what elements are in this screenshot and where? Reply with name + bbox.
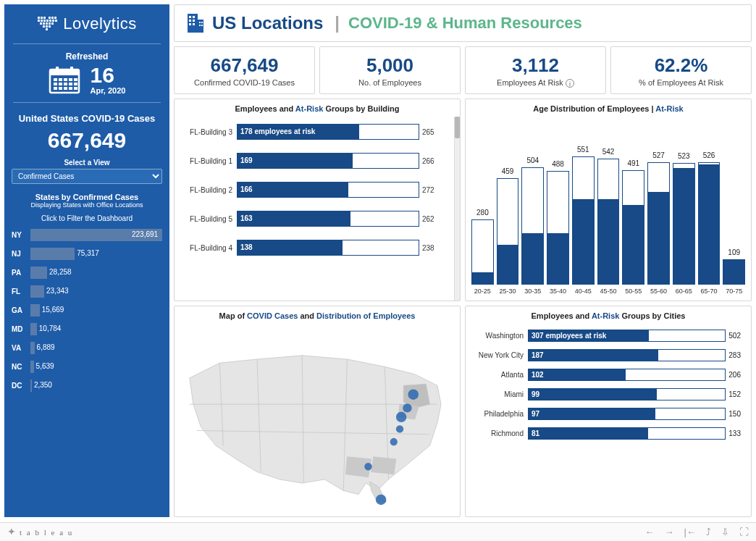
svg-rect-32 <box>59 83 62 85</box>
age-bar[interactable]: 527 55-60 <box>647 154 670 295</box>
svg-rect-50 <box>201 22 203 23</box>
us-cases-title: United States COVID-19 Cases <box>12 113 162 124</box>
svg-rect-12 <box>55 20 57 22</box>
reset-icon[interactable]: |← <box>684 527 696 537</box>
svg-rect-40 <box>74 87 77 90</box>
buildings-title: Employees and At-Risk Groups by Building <box>175 99 460 117</box>
header-card: US Locations | COVID-19 & Human Resource… <box>174 4 752 42</box>
city-row[interactable]: Philadelphia 97 150 <box>473 408 741 420</box>
age-bar[interactable]: 504 30-35 <box>521 154 544 295</box>
refreshed-label: Refreshed <box>12 51 162 62</box>
age-bar[interactable]: 542 45-50 <box>597 154 620 295</box>
svg-rect-18 <box>43 25 45 28</box>
building-row[interactable]: FL-Building 1 169 266 <box>182 153 444 169</box>
svg-point-57 <box>390 438 398 445</box>
tableau-mark-icon: ✦ <box>7 526 17 538</box>
download-icon[interactable]: ⇩ <box>721 527 729 537</box>
date-month: Apr, 2020 <box>91 86 126 95</box>
age-title: Age Distribution of Employees | At-Risk <box>466 99 751 117</box>
city-row[interactable]: Richmond 81 133 <box>473 427 741 440</box>
page-subtitle: COVID-19 & Human Resources <box>348 14 582 33</box>
svg-rect-8 <box>43 20 46 22</box>
svg-rect-10 <box>49 20 51 22</box>
building-row[interactable]: FL-Building 3 178 employees at risk 265 <box>182 124 444 140</box>
state-bar-fl[interactable]: FL 23,343 <box>12 285 162 298</box>
svg-rect-3 <box>49 17 51 19</box>
svg-rect-19 <box>46 25 48 28</box>
state-bar-md[interactable]: MD 10,784 <box>12 322 162 335</box>
svg-rect-35 <box>74 83 77 85</box>
age-bar[interactable]: 551 40-45 <box>572 154 595 295</box>
city-row[interactable]: Washington 307 employees at risk 502 <box>473 330 741 342</box>
heart-icon <box>37 15 57 33</box>
state-bar-pa[interactable]: PA 28,258 <box>12 266 162 279</box>
fullscreen-icon[interactable]: ⛶ <box>739 527 749 537</box>
buildings-chart[interactable]: Employees and At-Risk Groups by Building… <box>174 98 461 301</box>
svg-rect-26 <box>54 78 57 81</box>
map-title: Map of COVID Cases and Distribution of E… <box>175 306 460 324</box>
sidebar: Lovelytics Refreshed 16 Apr, 202 <box>4 4 169 517</box>
view-select[interactable]: Confirmed Cases <box>12 169 162 184</box>
svg-rect-24 <box>56 67 59 72</box>
svg-point-53 <box>408 390 419 400</box>
kpi-3: 62.2% % of Employees At Risk <box>610 46 752 94</box>
select-view-label: Select a View <box>12 159 162 167</box>
info-icon[interactable]: i <box>566 79 574 88</box>
state-bar-ga[interactable]: GA 15,669 <box>12 303 162 316</box>
svg-rect-44 <box>193 16 195 18</box>
redo-icon[interactable]: → <box>665 527 674 537</box>
state-bar-dc[interactable]: DC 2,350 <box>12 379 162 392</box>
building-row[interactable]: FL-Building 5 163 262 <box>182 211 444 227</box>
svg-rect-31 <box>54 83 57 85</box>
svg-rect-16 <box>49 22 51 25</box>
age-bar[interactable]: 280 20-25 <box>471 154 494 295</box>
svg-rect-0 <box>38 17 40 19</box>
cities-title: Employees and At-Risk Groups by Cities <box>466 306 751 324</box>
svg-rect-30 <box>74 78 77 81</box>
svg-rect-52 <box>201 25 203 26</box>
state-bar-va[interactable]: VA 6,889 <box>12 341 162 354</box>
age-bar[interactable]: 491 50-55 <box>622 154 644 295</box>
svg-point-54 <box>403 403 411 412</box>
map-chart[interactable]: Map of COVID Cases and Distribution of E… <box>174 306 461 517</box>
svg-rect-14 <box>43 22 45 25</box>
svg-rect-29 <box>69 78 72 81</box>
building-icon <box>185 12 205 34</box>
kpi-2: 3,112 Employees At Risk i <box>465 46 606 94</box>
main: US Locations | COVID-19 & Human Resource… <box>174 4 752 517</box>
states-subtitle: Displaying States with Office Locations <box>12 201 162 209</box>
svg-rect-21 <box>46 28 48 30</box>
building-row[interactable]: FL-Building 4 138 238 <box>182 240 444 256</box>
age-chart[interactable]: Age Distribution of Employees | At-Risk … <box>465 98 752 301</box>
share-icon[interactable]: ⤴ <box>706 527 711 537</box>
state-bar-ny[interactable]: NY 223,691 <box>12 228 162 241</box>
svg-rect-1 <box>41 17 43 19</box>
svg-rect-33 <box>64 83 67 85</box>
svg-rect-11 <box>52 20 54 22</box>
age-bar[interactable]: 488 35-40 <box>547 154 569 295</box>
svg-point-59 <box>376 495 387 506</box>
svg-rect-20 <box>49 25 51 28</box>
age-bar[interactable]: 523 60-65 <box>673 154 695 295</box>
city-row[interactable]: Miami 99 152 <box>473 388 741 400</box>
age-bar[interactable]: 526 65-70 <box>698 154 721 295</box>
buildings-scrollbar[interactable] <box>454 117 460 301</box>
city-row[interactable]: New York City 187 283 <box>473 349 741 361</box>
brand-logo: Lovelytics <box>12 14 162 33</box>
undo-icon[interactable]: ← <box>645 527 655 537</box>
svg-rect-49 <box>199 22 201 23</box>
tableau-logo[interactable]: ✦ t a b l e a u <box>7 526 73 538</box>
state-bar-nc[interactable]: NC 5,639 <box>12 360 162 373</box>
svg-rect-5 <box>54 17 56 19</box>
age-bar[interactable]: 109 70-75 <box>723 154 745 295</box>
svg-rect-9 <box>46 20 49 22</box>
city-row[interactable]: Atlanta 102 206 <box>473 369 741 381</box>
building-row[interactable]: FL-Building 2 166 272 <box>182 182 444 198</box>
svg-rect-4 <box>51 17 54 19</box>
us-map-icon <box>175 324 460 515</box>
svg-rect-27 <box>59 78 62 81</box>
svg-rect-45 <box>189 20 191 22</box>
state-bar-nj[interactable]: NJ 75,317 <box>12 247 162 260</box>
cities-chart[interactable]: Employees and At-Risk Groups by Cities W… <box>465 306 752 517</box>
age-bar[interactable]: 459 25-30 <box>497 154 519 295</box>
